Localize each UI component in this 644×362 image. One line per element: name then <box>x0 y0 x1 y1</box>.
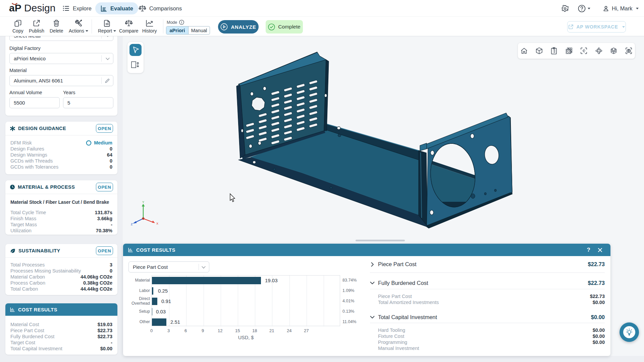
svg-text:Z: Z <box>131 223 133 226</box>
svg-text:Y: Y <box>142 201 144 204</box>
svg-text:X: X <box>156 222 158 225</box>
